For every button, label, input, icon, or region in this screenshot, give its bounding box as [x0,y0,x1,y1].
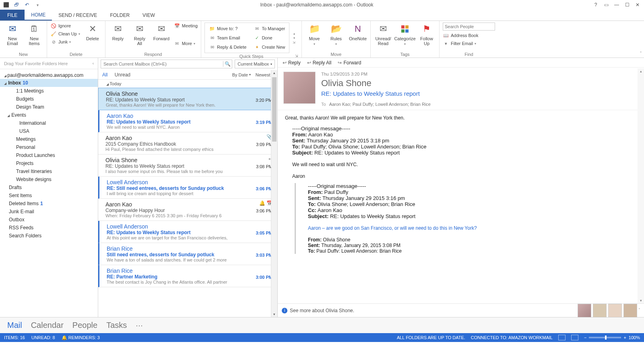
junk-button[interactable]: ⊘Junk▾ [50,39,80,45]
folder-usa[interactable]: USA [0,127,98,135]
qs-dialog-launcher-icon[interactable]: ⇲ [295,54,298,58]
new-email-button[interactable]: ✉New Email [3,23,22,46]
qs-team-email[interactable]: ✉Team Email [209,34,246,42]
ignore-button[interactable]: 🚫Ignore [50,23,80,29]
folder-sent[interactable]: Sent Items [0,192,98,200]
folder-rss[interactable]: RSS Feeds [0,224,98,232]
message-item[interactable]: 🔔 📅Aaron KaoCompany-wide Happy HourWhen:… [98,199,277,221]
module-calendar[interactable]: Calendar [31,321,64,330]
new-items-button[interactable]: 🗓New Items [25,23,43,46]
ribbon-collapse-icon[interactable]: ˆ [640,51,642,56]
folder-junk[interactable]: Junk E-mail [0,208,98,216]
rp-reply-all-button[interactable]: ↩Reply All [307,60,332,66]
people-thumb-4[interactable] [623,304,637,317]
qs-move-to[interactable]: 📁Move to: ? [209,25,246,33]
scroll-thumb[interactable] [272,77,277,142]
filter-email-button[interactable]: ▾Filter Email▾ [443,40,495,47]
zoom-slider[interactable] [589,337,621,338]
move-button[interactable]: 📁Move▾ [305,23,324,46]
tab-send-receive[interactable]: SEND / RECEIVE [52,10,103,21]
reading-pane-scrollbar[interactable]: ▴ ▾ [638,68,644,303]
zoom-control[interactable]: − + 100% [584,335,640,340]
reply-all-button[interactable]: ✉Reply All [130,23,149,46]
message-item[interactable]: Aaron KaoRE: Updates to Weekly Status re… [98,110,277,132]
delete-button[interactable]: ✕Delete [83,23,102,41]
forward-button[interactable]: ✉Forward [152,23,171,41]
module-mail[interactable]: Mail [7,321,22,330]
people-thumb-3[interactable] [608,304,622,317]
folder-product-launches[interactable]: Product Launches [0,151,98,159]
folder-search[interactable]: Search Folders [0,232,98,240]
search-mailbox-box[interactable]: 🔍 [101,60,232,68]
qat-sendreceive-icon[interactable]: 🗗 [13,1,20,8]
scroll-down-icon[interactable]: ▾ [271,312,277,316]
categorize-button[interactable]: Categorize▾ [396,23,414,46]
message-item[interactable]: ↓Brian RiceStill need entrees, desserts … [98,243,277,265]
address-book-button[interactable]: 📖Address Book [443,32,495,39]
folder-outbox[interactable]: Outbox [0,216,98,224]
qat-undo-icon[interactable]: ↶ [23,1,31,8]
tab-file[interactable]: FILE [0,10,25,21]
maximize-icon[interactable]: ☐ [624,2,630,8]
scroll-up-icon[interactable]: ▴ [271,71,277,75]
view-reading-icon[interactable] [571,335,578,340]
folder-events[interactable]: Events [0,111,98,119]
message-item[interactable]: ↩Olivia ShoneRE: Updates to Weekly Statu… [98,154,277,177]
rp-forward-button[interactable]: ↪Forward [338,60,361,66]
qs-to-manager[interactable]: ✉To Manager [254,25,285,33]
tab-home[interactable]: HOME [25,10,52,21]
filter-all[interactable]: All [102,72,107,78]
qat-more-icon[interactable]: ▾ [34,1,41,8]
rp-scroll-down-icon[interactable]: ▾ [638,299,644,303]
zoom-in-icon[interactable]: + [623,335,626,340]
quick-steps-gallery[interactable]: 📁Move to: ? ✉To Manager ✉Team Email ✓Don… [204,23,289,53]
sort-bydate[interactable]: By Date▾ [232,72,251,77]
folder-design-team[interactable]: Design Team [0,103,98,111]
favorites-drop-zone[interactable]: Drag Your Favorite Folders Here‹ [0,58,98,69]
folder-international[interactable]: International [0,119,98,127]
people-pane-info[interactable]: iSee more about Olivia Shone. [282,308,354,313]
onenote-button[interactable]: NOneNote [349,23,367,41]
rp-reply-button[interactable]: ↩Reply [283,60,301,66]
message-item[interactable]: Lowell AndersonRE: Still need entrees, d… [98,177,277,199]
search-mailbox-input[interactable] [101,62,223,66]
filter-unread[interactable]: Unread [115,72,130,78]
message-item[interactable]: 📎Aaron Kao2015 Company Ethics HandbookHi… [98,132,277,154]
qs-done[interactable]: ✓Done [254,34,285,42]
status-reminders[interactable]: 🔔 REMINDERS: 3 [62,335,100,340]
message-item[interactable]: Olivia ShoneRE: Updates to Weekly Status… [98,88,277,110]
folder-travel-itineraries[interactable]: Travel Itineraries [0,167,98,175]
search-scope-dropdown[interactable]: Current Mailbox▾ [235,60,275,68]
folder-deleted[interactable]: Deleted Items1 [0,200,98,208]
message-item[interactable]: Brian RiceRE: Partner MarketingThe best … [98,265,277,287]
ribbon-display-icon[interactable]: ▭ [603,2,609,8]
minimize-icon[interactable]: — [613,2,620,8]
followup-button[interactable]: ⚑Follow Up [417,23,436,46]
account-node[interactable]: paul@workmaildemo.awsapps.com [0,72,98,79]
rp-scroll-up-icon[interactable]: ▴ [638,69,644,73]
people-thumb-1[interactable] [578,304,591,317]
tab-folder[interactable]: FOLDER [103,10,136,21]
message-item[interactable]: Lowell AndersonRE: Updates to Weekly Sta… [98,221,277,243]
folder-meetings[interactable]: Meetings [0,135,98,143]
people-thumb-2[interactable] [593,304,607,317]
module-more-icon[interactable]: ⋯ [136,321,144,330]
folder-inbox[interactable]: Inbox10 [0,79,98,87]
message-list-scrollbar[interactable]: ▴ ▾ [271,70,277,317]
qs-create-new[interactable]: ✦Create New [254,43,285,51]
rules-button[interactable]: 📂Rules▾ [327,23,345,46]
module-tasks[interactable]: Tasks [106,321,127,330]
search-icon[interactable]: 🔍 [223,61,232,67]
meeting-button[interactable]: 📅Meeting [174,23,198,29]
module-people[interactable]: People [72,321,97,330]
folder-personal[interactable]: Personal [0,143,98,151]
help-icon[interactable]: ? [592,2,599,8]
folder-budgets[interactable]: Budgets [0,95,98,103]
search-people-input[interactable] [443,23,495,31]
unread-read-button[interactable]: ✉Unread/ Read [374,23,392,46]
reply-button[interactable]: ✉Reply [109,23,127,41]
folder-1-1-meetings[interactable]: 1:1 Meetings [0,87,98,95]
tab-view[interactable]: VIEW [136,10,161,21]
favorites-collapse-icon[interactable]: ‹ [93,61,94,66]
qs-launcher-icon[interactable]: ⇲ [293,41,295,44]
